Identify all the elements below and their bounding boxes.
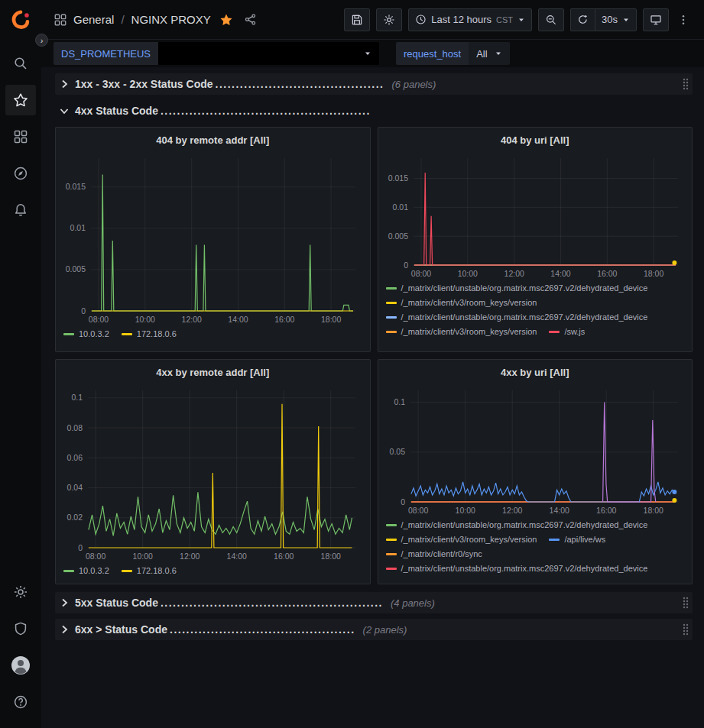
favorite-star-button[interactable] [217, 11, 235, 29]
main-area: General / NGINX PROXY [41, 0, 704, 728]
row-drag-handle[interactable] [682, 622, 689, 637]
chevron-right-icon: › [41, 36, 44, 45]
legend-item[interactable]: /_matrix/client/unstable/org.matrix.msc2… [386, 564, 648, 574]
svg-text:08:00: 08:00 [410, 269, 430, 278]
row-drag-handle[interactable] [682, 595, 689, 610]
row-4xx-status-code[interactable]: 4xx Status Code ........................… [55, 100, 693, 121]
svg-text:10:00: 10:00 [457, 269, 477, 278]
breadcrumb-separator: / [121, 13, 124, 26]
sidebar-item-alerting[interactable] [5, 195, 36, 225]
legend-label: 10.0.3.2 [79, 329, 109, 339]
refresh-button[interactable] [570, 8, 595, 31]
row-title-dots: ........................................… [161, 597, 383, 609]
save-dashboard-button[interactable] [344, 8, 370, 31]
svg-text:0.015: 0.015 [66, 182, 86, 191]
zoom-out-icon [545, 14, 557, 26]
legend-label: /_matrix/client/r0/sync [401, 549, 482, 559]
variable-label-text: DS_PROMETHEUS [61, 48, 151, 60]
legend-item[interactable]: 10.0.3.2 [63, 329, 109, 339]
legend-item[interactable]: 172.18.0.6 [122, 566, 177, 576]
chevron-down-icon [364, 50, 371, 57]
row-1xx-3xx-2xx-status-code[interactable]: 1xx - 3xx - 2xx Status Code ............… [55, 73, 693, 95]
help-icon [13, 694, 28, 710]
dashboard-grid-icon [54, 13, 67, 27]
chevron-right-icon [58, 597, 70, 609]
chart-404-by-uri[interactable]: 00.0050.010.01508:0010:0012:0014:0016:00… [384, 150, 686, 282]
row-panel-count: (2 panels) [363, 624, 407, 636]
panel-title[interactable]: 4xx by uri [All] [384, 363, 686, 383]
legend-item[interactable]: /_matrix/client/v3/room_keys/version [386, 327, 537, 337]
legend-swatch [386, 302, 397, 304]
svg-text:0.005: 0.005 [388, 231, 407, 241]
panel-title[interactable]: 4xx by remote addr [All] [62, 363, 364, 383]
svg-text:0: 0 [404, 260, 408, 270]
svg-text:08:00: 08:00 [89, 315, 109, 324]
legend-label: /api/live/ws [564, 535, 605, 545]
legend-item[interactable]: /_matrix/client/v3/room_keys/version [386, 298, 537, 308]
star-icon [13, 92, 28, 108]
sidebar-item-admin-settings[interactable] [5, 577, 36, 607]
refresh-icon [577, 14, 589, 25]
legend-item[interactable]: /_matrix/client/unstable/org.matrix.msc2… [386, 283, 648, 293]
chart-4xx-by-uri[interactable]: 00.050.108:0010:0012:0014:0016:0018:00 [384, 383, 686, 519]
time-range-picker[interactable]: Last 12 hours CST [408, 8, 532, 31]
row-drag-handle[interactable] [682, 76, 689, 92]
refresh-interval-picker[interactable]: 30s [595, 8, 637, 31]
breadcrumb-title[interactable]: NGINX PROXY [131, 13, 211, 26]
zoom-out-button[interactable] [538, 8, 564, 31]
chart-legend: /_matrix/client/unstable/org.matrix.msc2… [384, 519, 686, 574]
svg-text:12:00: 12:00 [180, 552, 200, 561]
row-6xx-status-code[interactable]: 6xx > Status Code ......................… [55, 619, 693, 640]
svg-text:0.05: 0.05 [389, 447, 405, 456]
sidebar-expand-button[interactable]: › [35, 34, 48, 47]
kebab-menu-button[interactable] [675, 11, 692, 28]
row-title: 5xx Status Code [75, 597, 158, 609]
svg-text:0: 0 [81, 306, 86, 315]
legend-item[interactable]: /_matrix/client/unstable/org.matrix.msc2… [386, 520, 648, 530]
sidebar-item-starred[interactable] [5, 85, 36, 115]
legend-item[interactable]: /_matrix/client/v3/room_keys/version [386, 535, 537, 545]
legend-item[interactable]: 10.0.3.2 [63, 566, 109, 576]
panel-title[interactable]: 404 by remote addr [All] [62, 131, 364, 150]
svg-text:14:00: 14:00 [227, 552, 247, 561]
svg-text:18:00: 18:00 [643, 506, 663, 515]
avatar [11, 655, 31, 675]
dashboard-settings-button[interactable] [376, 8, 402, 31]
drag-dots-icon [682, 622, 689, 637]
svg-text:0.04: 0.04 [67, 483, 83, 492]
variable-value-datasource[interactable] [158, 42, 379, 65]
panel-title[interactable]: 404 by uri [All] [384, 131, 686, 150]
variable-label-datasource: DS_PROMETHEUS [54, 42, 158, 65]
variable-value-text: All [476, 48, 487, 60]
chart-404-by-remote-addr[interactable]: 00.0050.010.01508:0010:0012:0014:0016:00… [62, 150, 363, 328]
sidebar-item-explore[interactable] [5, 158, 36, 189]
sidebar-item-dashboards[interactable] [5, 121, 36, 152]
svg-text:08:00: 08:00 [86, 552, 105, 561]
legend-item[interactable]: 172.18.0.6 [122, 329, 177, 339]
svg-text:16:00: 16:00 [274, 552, 294, 561]
variable-label-request-host: request_host [396, 42, 469, 65]
row-5xx-status-code[interactable]: 5xx Status Code ........................… [55, 592, 693, 613]
share-button[interactable] [242, 11, 259, 28]
legend-item[interactable]: /_matrix/client/r0/sync [386, 549, 482, 559]
svg-text:0.06: 0.06 [67, 453, 83, 462]
clock-icon [415, 14, 427, 25]
variable-value-request-host[interactable]: All [469, 42, 510, 65]
timezone-label: CST [496, 15, 513, 24]
legend-item[interactable]: /sw.js [549, 327, 585, 337]
chart-4xx-by-remote-addr[interactable]: 00.020.040.060.080.108:0010:0012:0014:00… [62, 383, 363, 565]
svg-text:0.01: 0.01 [70, 223, 86, 232]
legend-swatch [122, 333, 132, 335]
breadcrumb-section[interactable]: General [73, 13, 114, 26]
svg-text:10:00: 10:00 [133, 552, 153, 561]
sidebar-item-server-admin[interactable] [5, 613, 36, 644]
sidebar-item-search[interactable] [5, 48, 36, 79]
sidebar-item-profile[interactable] [5, 650, 36, 681]
grafana-logo[interactable] [6, 7, 35, 34]
tv-mode-button[interactable] [643, 8, 669, 31]
legend-item[interactable]: /api/live/ws [549, 535, 605, 545]
sidebar-item-help[interactable] [5, 687, 36, 717]
legend-label: /_matrix/client/unstable/org.matrix.msc2… [401, 520, 648, 530]
legend-item[interactable]: /_matrix/client/unstable/org.matrix.msc2… [386, 312, 648, 322]
svg-text:0.01: 0.01 [392, 202, 408, 212]
